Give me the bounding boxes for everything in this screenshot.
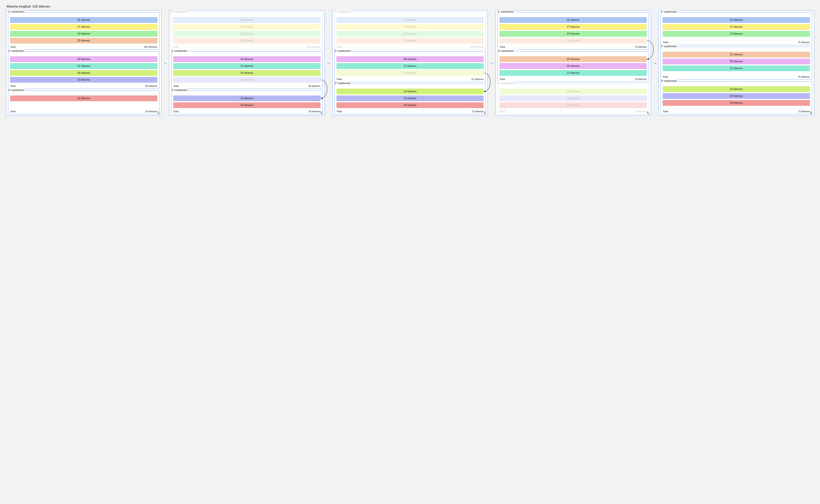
subdivision-box: 2º subdivisión25 tókenes30 tókenes21 tók… xyxy=(661,47,812,80)
token-chip: 30 tókenes xyxy=(336,56,484,62)
total-value: 100 tókenes xyxy=(144,45,157,48)
diagram-canvas: 1º subdivisión25 tókenes27 tókenes23 tók… xyxy=(6,10,814,116)
timestep-column: 1º subdivisión25 tókenes27 tókenes23 tók… xyxy=(659,10,814,116)
token-list: 30 tókenes21 tókenes24 tókenes20 tókenes xyxy=(173,56,320,83)
token-list: 24 tókenes20 tókenes29 tókenes xyxy=(336,89,484,108)
timestep-label: t4 xyxy=(647,111,649,115)
subdivision-total: Total:95 tókenes xyxy=(173,84,320,87)
subdivision-label: 3º subdivisión xyxy=(171,89,188,92)
token-chip: 29 tókenes xyxy=(663,100,810,106)
subdivision-label: 2º subdivisión xyxy=(8,49,25,52)
total-label: Total: xyxy=(663,75,669,78)
token-chip: 24 tókenes xyxy=(663,86,810,92)
token-list: 25 tókenes27 tókenes23 tókenes25 tókenes xyxy=(10,17,157,43)
subdivision-total: Total:73 tókenes xyxy=(336,109,484,113)
token-chip: 30 tókenes xyxy=(10,56,157,62)
token-chip: 30 tókenes xyxy=(500,63,647,69)
token-chip: 20 tókenes xyxy=(173,77,320,83)
total-label: Total: xyxy=(500,110,506,113)
total-label: Total: xyxy=(10,110,16,113)
token-chip: 24 tókenes xyxy=(10,70,157,76)
subdivision-box: 3º subdivisión20 tókenes29 tókenesTotal:… xyxy=(171,90,322,114)
subdivision-total: Total:73 tókenes xyxy=(500,109,647,113)
total-value: 29 tókenes xyxy=(308,110,320,113)
total-value: 95 tókenes xyxy=(308,85,320,87)
token-chip: 25 tókenes xyxy=(500,56,647,62)
total-value: 51 tókenes xyxy=(472,78,484,80)
total-label: Total: xyxy=(173,45,179,48)
subdivision-box: 3º subdivisión24 tókenes20 tókenes29 tók… xyxy=(498,84,649,114)
token-chip: 27 tókenes xyxy=(663,24,810,30)
subdivision-label: 1º subdivisión xyxy=(171,10,188,13)
subdivision-box: 2º subdivisión30 tókenes21 tókenes24 tók… xyxy=(8,51,159,89)
token-chip: 21 tókenes xyxy=(173,63,320,69)
total-label: Total: xyxy=(500,78,506,80)
subdivision-total: Total:75 tókenes xyxy=(663,40,810,44)
token-chip: 21 tókenes xyxy=(10,63,157,69)
total-label: Total: xyxy=(173,110,179,113)
total-value: 73 tókenes xyxy=(472,110,484,113)
subdivision-label: 1º subdivisión xyxy=(661,10,677,13)
subdivision-total: Total:29 tókenes xyxy=(173,109,320,113)
total-label: Total: xyxy=(336,78,342,80)
total-value: 73 tókenes xyxy=(635,110,647,113)
subdivision-label: 1º subdivisión xyxy=(498,10,514,13)
token-chip: 27 tókenes xyxy=(336,24,484,30)
subdivision-total: Total:95 tókenes xyxy=(10,84,157,87)
arrow-right-icon: → xyxy=(488,10,495,116)
token-chip: 23 tókenes xyxy=(10,31,157,37)
timestep-label: t5 xyxy=(810,111,812,115)
token-chip: 25 tókenes xyxy=(336,17,484,23)
token-chip: 27 tókenes xyxy=(10,24,157,30)
token-chip: 30 tókenes xyxy=(173,56,320,62)
token-list: 30 tókenes21 tókenes24 tókenes xyxy=(336,56,484,76)
token-chip: 23 tókenes xyxy=(173,31,320,37)
token-chip: 24 tókenes xyxy=(500,89,647,94)
token-list: 20 tókenes29 tókenes xyxy=(173,96,320,108)
token-chip: 21 tókenes xyxy=(663,66,810,71)
timestep-label: t2 xyxy=(320,111,323,115)
total-value: 75 tókenes xyxy=(635,45,647,48)
total-label: Total: xyxy=(173,85,179,87)
total-value: 75 tókenes xyxy=(798,41,810,44)
token-chip: 20 tókenes xyxy=(336,96,484,101)
total-label: Total: xyxy=(336,45,342,48)
arrow-right-icon: → xyxy=(161,10,169,116)
subdivision-box: 2º subdivisión30 tókenes21 tókenes24 tók… xyxy=(171,51,322,89)
total-label: Total: xyxy=(663,110,669,113)
subdivision-total: Total:76 tókenes xyxy=(663,75,810,78)
token-chip: 20 tókenes xyxy=(173,96,320,101)
subdivision-label: 2º subdivisión xyxy=(171,49,188,52)
timestep-column: 1º subdivisión25 tókenes27 tókenes23 tók… xyxy=(169,10,325,116)
subdivision-box: 2º subdivisión30 tókenes21 tókenes24 tók… xyxy=(334,51,486,82)
token-chip: 23 tókenes xyxy=(500,31,647,37)
token-list: 30 tókenes21 tókenes24 tókenes20 tókenes xyxy=(10,56,157,83)
subdivision-label: 2º subdivisión xyxy=(334,49,351,52)
timestep-label: t1 xyxy=(157,111,160,115)
token-chip: 24 tókenes xyxy=(336,89,484,94)
token-chip: 25 tókenes xyxy=(10,38,157,43)
token-chip: 27 tókenes xyxy=(173,24,320,30)
token-list: 25 tókenes27 tókenes23 tókenes25 tókenes xyxy=(500,17,647,43)
token-chip: 29 tókenes xyxy=(336,102,484,108)
arrow-right-icon: → xyxy=(325,10,332,116)
arrow-right-icon: → xyxy=(651,10,659,116)
subdivision-box: 1º subdivisión25 tókenes27 tókenes23 tók… xyxy=(171,12,322,50)
total-value: 100 tókenes xyxy=(470,45,484,48)
total-value: 29 tókenes xyxy=(145,110,157,113)
timestep-label: t3 xyxy=(484,111,486,115)
token-chip: 25 tókenes xyxy=(336,38,484,43)
total-value: 76 tókenes xyxy=(798,75,810,78)
token-chip: 25 tókenes xyxy=(500,38,647,43)
subdivision-label: 3º subdivisión xyxy=(498,82,514,85)
subdivision-label: 2º subdivisión xyxy=(498,49,514,52)
token-chip: 29 tókenes xyxy=(10,96,157,101)
token-chip: 21 tókenes xyxy=(336,63,484,69)
token-list: 24 tókenes20 tókenes29 tókenes xyxy=(500,89,647,108)
token-chip: 25 tókenes xyxy=(10,17,157,23)
subdivision-box: 3º subdivisión24 tókenes20 tókenes29 tók… xyxy=(334,84,486,114)
subdivision-label: 1º subdivisión xyxy=(8,10,25,13)
token-chip: 25 tókenes xyxy=(173,17,320,23)
token-list: 25 tókenes27 tókenes23 tókenes xyxy=(663,17,810,39)
subdivision-total: Total:100 tókenes xyxy=(10,45,157,48)
